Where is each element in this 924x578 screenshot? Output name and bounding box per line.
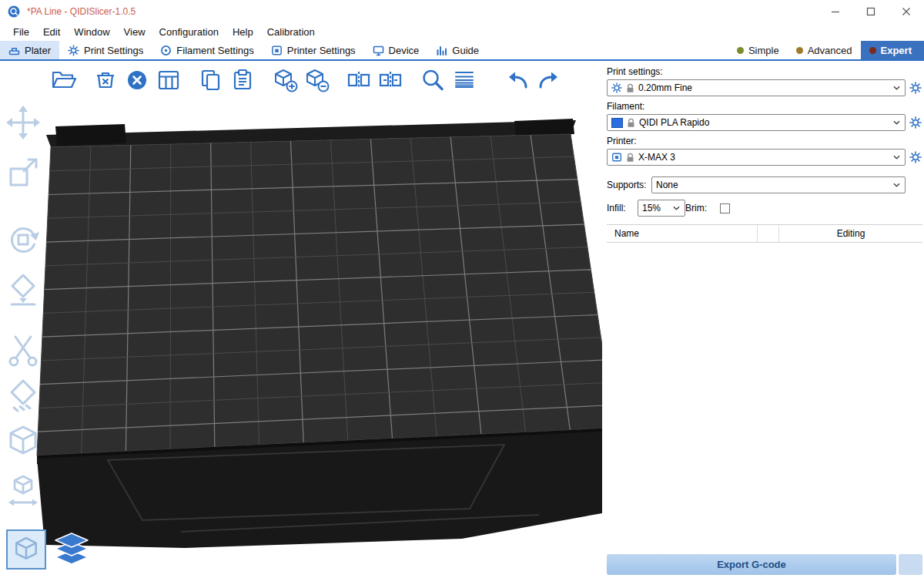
editor-3d-view-button[interactable]: [6, 529, 46, 570]
print-settings-combo[interactable]: 0.20mm Fine: [607, 79, 906, 96]
column-header-name: Name: [607, 225, 758, 242]
open-button[interactable]: [49, 66, 77, 94]
simple-dot-icon: [737, 47, 744, 54]
printer-value: X-MAX 3: [638, 152, 889, 163]
menu-file[interactable]: File: [6, 25, 36, 39]
filament-icon: [160, 45, 172, 56]
printer-gear-button[interactable]: [909, 150, 922, 164]
seam-width-icon: [5, 473, 41, 509]
supports-combo[interactable]: None: [651, 176, 906, 193]
gizmo-cut-button[interactable]: [5, 332, 41, 368]
cut-scissors-icon: [5, 332, 41, 368]
copy-icon: [198, 67, 224, 93]
remove-instance-button[interactable]: [303, 66, 330, 94]
tab-print-settings[interactable]: Print Settings: [59, 41, 152, 59]
advanced-dot-icon: [796, 47, 803, 54]
export-options-button[interactable]: [899, 554, 922, 575]
printer-combo[interactable]: X-MAX 3: [607, 149, 906, 166]
menu-help[interactable]: Help: [226, 25, 260, 39]
tab-guide[interactable]: Guide: [427, 41, 487, 59]
guide-chart-icon: [436, 45, 447, 56]
arrange-button[interactable]: [155, 66, 182, 94]
maximize-button[interactable]: [853, 0, 889, 23]
mode-simple[interactable]: Simple: [728, 41, 788, 59]
tab-device[interactable]: Device: [364, 41, 428, 59]
editor-cube-icon: [12, 536, 40, 563]
brim-checkbox[interactable]: [720, 203, 730, 213]
paint-support-icon: [5, 378, 41, 413]
split-objects-button[interactable]: [345, 66, 373, 94]
menu-calibration[interactable]: Calibration: [260, 25, 322, 39]
open-folder-icon: [50, 67, 76, 93]
chevron-down-icon: [893, 120, 900, 125]
delete-all-button[interactable]: [123, 66, 151, 94]
paste-icon: [229, 67, 256, 93]
gizmo-paint-support-button[interactable]: [5, 378, 41, 413]
menu-view[interactable]: View: [117, 25, 152, 39]
device-icon: [373, 45, 384, 56]
delete-button[interactable]: [92, 66, 119, 94]
place-on-face-icon: [5, 272, 41, 307]
measure-cube-icon: [5, 424, 41, 459]
printer-icon: [611, 152, 622, 163]
export-row: Export G-code: [607, 554, 922, 575]
redo-button[interactable]: [535, 66, 563, 94]
window-title: *PA Line - QIDISlicer-1.0.5: [27, 6, 136, 17]
mode-label: Expert: [881, 45, 912, 56]
menu-edit[interactable]: Edit: [36, 25, 67, 39]
add-instance-icon: [272, 67, 298, 93]
gear-icon: [909, 151, 922, 163]
window-controls: [818, 0, 924, 23]
close-icon: [902, 7, 911, 16]
copy-button[interactable]: [197, 66, 225, 94]
chevron-down-icon: [673, 206, 680, 210]
gizmo-seam-button[interactable]: [5, 473, 41, 509]
viewport-3d[interactable]: [0, 61, 602, 578]
paste-button[interactable]: [229, 66, 256, 94]
printer-label: Printer:: [607, 136, 922, 146]
menu-configuration[interactable]: Configuration: [152, 25, 226, 39]
filament-row: QIDI PLA Rapido: [607, 114, 922, 131]
supports-value: None: [656, 180, 889, 190]
gear-icon: [909, 116, 922, 129]
preview-layers-view-button[interactable]: [52, 533, 91, 568]
minimize-button[interactable]: [818, 0, 853, 23]
variable-layer-height-button[interactable]: [450, 66, 478, 94]
tab-plater[interactable]: Plater: [0, 41, 59, 59]
undo-icon: [504, 67, 531, 93]
export-gcode-button[interactable]: Export G-code: [607, 554, 896, 575]
arrange-icon: [156, 67, 182, 93]
gizmo-move-button[interactable]: [5, 105, 41, 140]
close-button[interactable]: [889, 0, 924, 23]
print-settings-gear-button[interactable]: [909, 81, 922, 95]
search-button[interactable]: [419, 66, 447, 94]
mode-expert[interactable]: Expert: [861, 41, 924, 59]
layer-height-icon: [451, 67, 477, 93]
tab-filament-settings[interactable]: Filament Settings: [152, 41, 262, 59]
infill-value: 15%: [642, 203, 669, 213]
tab-printer-settings[interactable]: Printer Settings: [263, 41, 364, 59]
undo-button[interactable]: [504, 66, 531, 94]
gizmo-scale-button[interactable]: [5, 155, 41, 190]
object-list[interactable]: [607, 243, 922, 554]
lock-icon: [626, 153, 634, 163]
gizmo-measure-button[interactable]: [5, 424, 41, 459]
chevron-down-icon: [893, 183, 900, 187]
profile-gear-icon: [611, 82, 622, 93]
app-window: *PA Line - QIDISlicer-1.0.5 File Edit Wi…: [0, 0, 924, 578]
app-icon: [8, 5, 20, 18]
split-parts-button[interactable]: [377, 66, 404, 94]
add-instance-button[interactable]: [271, 66, 299, 94]
gizmo-rotate-button[interactable]: [5, 222, 41, 257]
split-parts-icon: [377, 67, 403, 93]
filament-gear-button[interactable]: [909, 116, 922, 129]
infill-combo[interactable]: 15%: [638, 200, 685, 217]
tab-label: Print Settings: [84, 45, 143, 56]
mode-switcher: Simple Advanced Expert: [728, 41, 924, 59]
filament-combo[interactable]: QIDI PLA Rapido: [607, 114, 906, 131]
redo-icon: [535, 67, 563, 93]
mode-advanced[interactable]: Advanced: [788, 41, 861, 59]
menu-window[interactable]: Window: [67, 25, 116, 39]
tabbar: Plater Print Settings Filament Settings …: [0, 41, 924, 61]
gizmo-place-on-face-button[interactable]: [5, 272, 41, 307]
